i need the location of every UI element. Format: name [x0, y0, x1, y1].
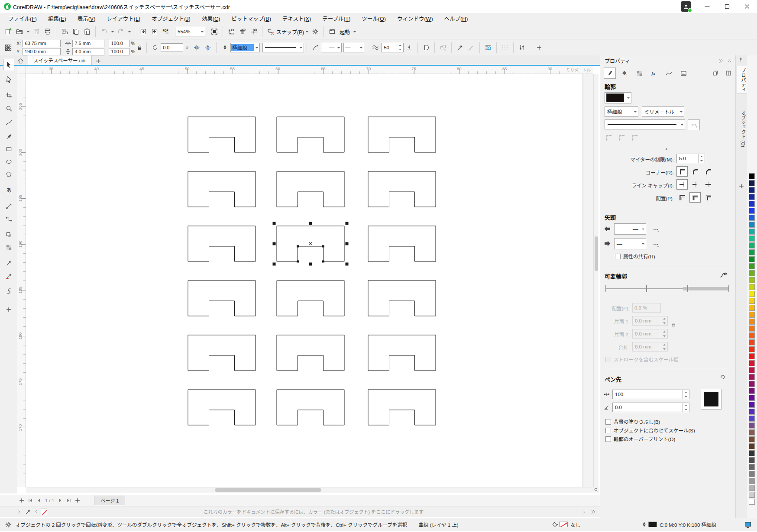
add-page-button-2[interactable]	[73, 496, 82, 505]
tab-curve[interactable]	[663, 68, 675, 79]
variable-outline-slider[interactable]	[605, 284, 729, 293]
palette-swatch[interactable]	[749, 208, 755, 214]
canvas-zoom-button[interactable]	[593, 487, 599, 493]
palette-swatch[interactable]	[749, 242, 755, 248]
user-account-button[interactable]	[681, 1, 691, 12]
panel-dock-button[interactable]	[722, 68, 734, 79]
docker-pin-icon[interactable]	[738, 57, 744, 63]
text-tool[interactable]: あ	[3, 184, 14, 196]
scale-object-checkbox[interactable]	[605, 428, 611, 433]
bg-fill-checkbox[interactable]	[605, 419, 611, 425]
menu-item-f[interactable]: ファイル(F)	[3, 13, 42, 24]
palette-swatch[interactable]	[749, 353, 755, 359]
palette-swatch[interactable]	[749, 201, 755, 207]
palette-swatch[interactable]	[749, 416, 755, 422]
palette-eyedropper-icon[interactable]	[23, 507, 32, 516]
add-page-button[interactable]	[17, 496, 26, 505]
tab-transparency[interactable]	[633, 68, 645, 79]
object-origin-selector[interactable]	[3, 42, 14, 53]
palette-swatch[interactable]	[749, 471, 755, 477]
palette-swatch[interactable]	[749, 326, 755, 332]
arrowhead-end-panel-dropdown-icon[interactable]	[640, 239, 646, 249]
arrowhead-start-panel-combo[interactable]: —	[614, 223, 646, 235]
palette-swatch[interactable]	[749, 443, 755, 449]
minimize-button[interactable]	[697, 0, 717, 13]
cap-butt-button[interactable]	[676, 179, 688, 190]
palette-swatch[interactable]	[749, 229, 755, 235]
arrowhead-start-combo[interactable]: —	[321, 43, 342, 52]
outline-color-tool[interactable]	[3, 271, 14, 282]
menu-item-t[interactable]: テーブル(T)	[317, 13, 356, 24]
crop-tool[interactable]	[3, 90, 14, 101]
menu-item-j[interactable]: オブジェクト(J)	[146, 13, 196, 24]
first-page-button[interactable]	[26, 496, 35, 505]
eyedropper-tool[interactable]	[3, 257, 14, 268]
docker-tab-properties[interactable]: プロパティ	[737, 66, 747, 94]
lock-ratio-button[interactable]	[135, 42, 144, 53]
object-width-input[interactable]: 7.5 mm	[72, 40, 104, 47]
palette-swatch[interactable]	[749, 457, 755, 463]
palette-swatch[interactable]	[749, 291, 755, 297]
last-page-button[interactable]	[65, 496, 73, 505]
variable-outline-brush-icon[interactable]	[720, 271, 727, 278]
y-position-input[interactable]: 190.0 mm	[23, 48, 61, 55]
options-button[interactable]	[310, 26, 321, 37]
palette-swatch[interactable]	[749, 360, 755, 366]
palette-swatch[interactable]	[749, 187, 755, 193]
arrowhead-start-dropdown-icon[interactable]	[336, 43, 341, 52]
ruler-origin-corner[interactable]	[17, 66, 26, 74]
import-button[interactable]	[138, 26, 149, 37]
drop-shadow-tool[interactable]	[3, 229, 14, 240]
wrap-text-button[interactable]	[482, 42, 494, 53]
palette-swatch[interactable]	[749, 284, 755, 290]
outline-width-dropdown-icon[interactable]	[254, 43, 259, 52]
no-color-swatch[interactable]	[41, 509, 47, 515]
zoom-level-combo[interactable]: 554%	[175, 27, 205, 36]
object-height-input[interactable]: 4.0 mm	[72, 48, 104, 55]
pen-style-button[interactable]	[310, 42, 321, 53]
panel-collapse-icon[interactable]	[716, 56, 725, 65]
snap-off-button[interactable]	[265, 26, 276, 37]
palette-scroll-right-icon[interactable]	[580, 507, 589, 516]
palette-swatch[interactable]	[749, 305, 755, 311]
outline-color-combo[interactable]	[605, 92, 631, 103]
palette-collapse-icon[interactable]	[32, 507, 41, 516]
arrowhead-end-options-button[interactable]	[650, 239, 662, 249]
zoom-level-dropdown-icon[interactable]	[199, 27, 205, 36]
palette-expand-icon[interactable]	[15, 507, 23, 516]
smoothing-spinner[interactable]: 50	[381, 43, 404, 52]
menu-item-h[interactable]: ヘルプ(H)	[439, 13, 474, 24]
arrowhead-end-panel-combo[interactable]: —	[614, 238, 646, 249]
cap-round-button[interactable]	[689, 179, 701, 190]
palette-swatch[interactable]	[749, 422, 755, 429]
vertical-scrollbar[interactable]	[593, 74, 598, 487]
miter-limit-spinner[interactable]: 5.0	[676, 154, 705, 163]
palette-swatch[interactable]	[749, 450, 755, 456]
palette-swatch[interactable]	[749, 464, 755, 470]
palette-swatch[interactable]	[749, 270, 755, 276]
palette-swatch[interactable]	[749, 402, 755, 408]
close-button[interactable]	[737, 0, 757, 13]
position-center-button[interactable]	[689, 192, 701, 203]
pdf-export-button[interactable]: PDF	[160, 26, 171, 37]
snap-dropdown-icon[interactable]	[304, 29, 310, 34]
freehand-tool[interactable]	[3, 117, 14, 128]
outline-color-dropdown-icon[interactable]	[625, 93, 631, 103]
interactive-fill-tool[interactable]	[3, 285, 14, 297]
page-tab[interactable]: ページ 1	[94, 496, 125, 505]
previous-page-button[interactable]	[35, 496, 43, 505]
new-document-button[interactable]	[3, 26, 14, 37]
nib-reset-icon[interactable]	[720, 374, 726, 380]
palette-swatch[interactable]	[749, 222, 755, 228]
nib-angle-spinner[interactable]: 0.0	[612, 403, 689, 412]
smoothing-slider-button[interactable]	[404, 42, 415, 53]
outline-width-panel-dropdown-icon[interactable]	[632, 107, 638, 116]
show-rulers-button[interactable]	[226, 26, 237, 37]
scale-y-input[interactable]: 100.0	[109, 48, 129, 55]
menu-item-o[interactable]: ツール(O)	[356, 13, 391, 24]
arrowhead-end-combo[interactable]: —	[343, 43, 364, 52]
position-inside-button[interactable]	[702, 192, 714, 203]
panel-close-icon[interactable]	[725, 56, 734, 65]
palette-swatch[interactable]	[749, 256, 755, 262]
palette-swatch[interactable]	[749, 180, 755, 186]
